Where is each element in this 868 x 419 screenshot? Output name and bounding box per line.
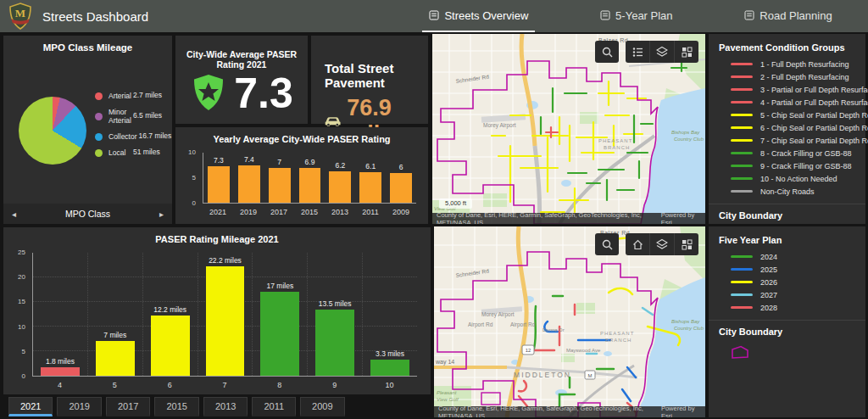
home-button[interactable] [626,233,649,255]
map-search-button[interactable] [595,233,619,255]
year-tab-2013[interactable]: 2013 [203,397,248,416]
y-tick-label: 0 [22,372,25,380]
year-tab-2009[interactable]: 2009 [300,397,344,416]
map-label-pleasant-2: View Golf [437,397,459,402]
search-icon [602,47,613,58]
legend-title: Five Year Plan [709,226,865,250]
legend-dot [95,149,103,157]
header-tab-5-year-plan[interactable]: 5-Year Plan [593,0,679,32]
year-tab-2011[interactable]: 2011 [252,397,296,416]
bar[interactable] [260,292,299,376]
pie-legend-row[interactable]: Arterial2.7 miles [95,92,167,100]
map-scale-bar: 5,000 ft [439,198,472,209]
layers-icon [656,238,668,250]
bar[interactable] [370,360,409,376]
chart-title: PASER Rating Mileage 2021 [3,227,431,244]
bar-value-label: 7.3 [214,156,224,165]
map-label-pheasant-1: PHEASANT [600,331,634,336]
bar-value-label: 6.2 [335,161,345,170]
legend-button[interactable] [626,41,649,63]
y-tick-label: 5 [22,348,25,355]
legend-label: 2024 [760,253,777,261]
pie-legend-row[interactable]: Local51 miles [95,148,167,157]
legend-value: 6.5 miles [133,112,167,120]
bar[interactable] [41,367,80,376]
layers-button[interactable] [649,233,674,255]
legend-label: 2028 [760,304,777,312]
bar[interactable] [269,168,291,203]
header-tab-road-planning[interactable]: Road Planning [737,0,838,32]
x-tick-label: 4 [32,381,87,389]
pie-legend-row[interactable]: Collector16.7 miles [95,132,167,141]
map-search-button[interactable] [595,41,619,63]
y-tick-label: 25 [18,249,25,256]
year-tab-2019[interactable]: 2019 [57,397,101,416]
bar-value-label: 7 miles [103,331,126,339]
year-tab-2021[interactable]: 2021 [8,397,53,416]
map-label-pheasant-1: PHEASANT [598,138,632,143]
legend-item: 2027 [709,288,865,301]
bar[interactable] [96,341,135,376]
map-label-pheasant-2: BRANCH [604,145,630,150]
bar[interactable] [208,166,230,203]
layers-icon [656,46,668,58]
bar[interactable] [359,172,381,203]
layers-button[interactable] [649,41,674,63]
paser-rating-card: City-Wide Average PASER Rating 2021 7.3 [175,36,308,124]
bar[interactable] [315,310,354,376]
legend-swatch [731,101,753,103]
map-label-mayswood: Mayswood Ave [566,348,601,353]
bar-column: 7 [264,153,295,203]
prev-arrow-icon[interactable]: ◂ [12,210,16,219]
map-attribution: County of Dane, Esri, HERE, Garmin, Safe… [434,406,705,417]
bar-column: 6.2 [325,153,355,203]
bar[interactable] [238,165,260,203]
map-label-airport: Morey Airport [483,122,516,129]
bar-plot: 7.37.476.96.26.16 [203,153,416,204]
basemap-button[interactable] [674,233,698,255]
x-tick-label: 7 [198,381,253,389]
legend-item: 2028 [709,301,865,314]
legend-swatch [731,75,753,78]
legend-value: 2.7 miles [133,92,167,100]
five-year-plan-map[interactable]: 12 M Balzer Rd Schneider Rd Morey Airpor… [434,226,705,417]
year-tab-2017[interactable]: 2017 [106,397,150,416]
legend-swatch [731,306,753,309]
x-tick-label: 10 [362,381,417,389]
legend-label: 9 - Crack Filling or GSB-88 [760,162,852,170]
year-tab-2015[interactable]: 2015 [154,397,198,416]
legend-swatch [731,88,753,91]
basemap-button[interactable] [674,41,698,63]
map-label-middleton: MIDDLETON [514,371,571,379]
bar[interactable] [329,171,351,203]
legend-dot [95,92,103,100]
pavement-condition-map[interactable]: Balzer Rd Schneider Rd Morey Airport PHE… [432,34,705,224]
bar-value-label: 7 [277,158,281,166]
map-label-airport: Morey Airport [481,311,515,318]
hwy-marker-m: M [588,373,593,378]
bar-column: 7 miles [87,253,142,376]
mpo-pie-chart[interactable] [19,97,86,165]
legend-item: 7 - Chip Seal or Partial Depth Resurfaci… [709,134,865,147]
legend-label: 2 - Full Depth Resurfacing [760,73,849,81]
bar-value-label: 7.4 [244,155,254,164]
bar-column: 7.4 [234,153,264,203]
next-arrow-icon[interactable]: ▸ [159,210,164,219]
legend-label: 10 - No Action Needed [760,175,837,183]
legend-swatch [731,190,753,193]
city-boundary-icon [731,345,749,360]
legend-items: 20242025202620272028 [709,250,865,314]
bar[interactable] [390,173,412,203]
header-tab-streets-overview[interactable]: Streets Overview [422,0,535,32]
bar-plot: 1.8 miles7 miles12.2 miles22.2 miles17 m… [32,253,417,377]
map-attribution: County of Dane, Esri, HERE, Garmin, Safe… [432,213,705,224]
legend-value: 51 miles [133,148,167,157]
legend-label: 8 - Crack Filling or GSB-88 [760,149,852,158]
five-year-plan-legend-panel: Five Year Plan 20242025202620272028 City… [709,226,865,417]
bar[interactable] [299,168,321,203]
map-label-club-1: Bishops Bay [671,319,700,324]
bar[interactable] [151,316,190,376]
bar[interactable] [206,266,245,376]
bar-column: 3.3 miles [362,253,417,376]
pie-legend-row[interactable]: Minor Arterial6.5 miles [95,108,167,125]
